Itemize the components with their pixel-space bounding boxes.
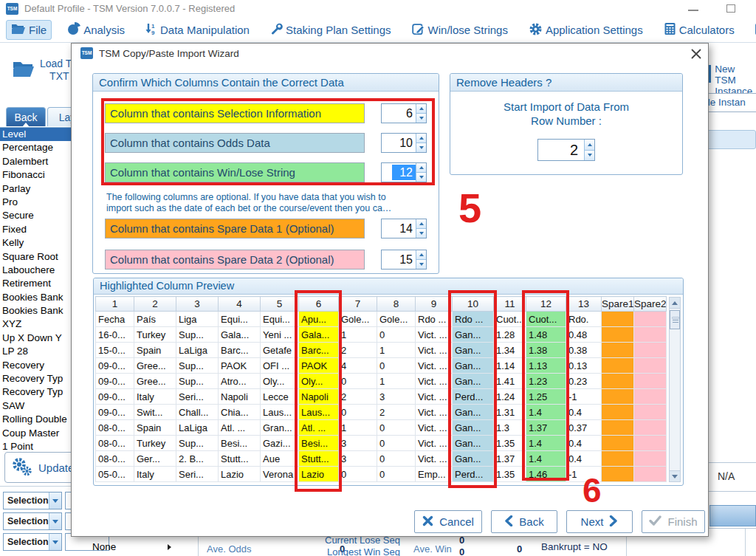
spare2-column-value[interactable]: 15 bbox=[382, 250, 416, 269]
preview-column-header: 10 bbox=[453, 297, 494, 312]
preview-cell: Lazio bbox=[299, 467, 339, 482]
preview-cell: 0.4 bbox=[566, 451, 602, 467]
close-icon[interactable] bbox=[690, 48, 702, 60]
preview-cell bbox=[602, 436, 634, 451]
spin-up-icon[interactable] bbox=[416, 163, 426, 172]
winlose-column-value[interactable]: 12 bbox=[392, 165, 416, 180]
vertical-scrollbar[interactable] bbox=[669, 297, 681, 482]
menu-file[interactable]: File bbox=[6, 20, 52, 40]
preview-cell bbox=[634, 374, 667, 389]
finish-button-label: Finish bbox=[667, 515, 697, 528]
menu-analysis[interactable]: Analysis bbox=[62, 19, 130, 41]
cancel-button[interactable]: Cancel bbox=[414, 510, 482, 533]
preview-cell: 3 bbox=[339, 436, 377, 451]
chevron-down-icon[interactable] bbox=[49, 534, 61, 550]
optional-note-line1: The following columns are optional. If y… bbox=[106, 192, 386, 202]
start-row-value[interactable]: 2 bbox=[538, 140, 584, 160]
preview-cell: 1.14 bbox=[494, 358, 526, 374]
selection-dropdown-1[interactable]: Selection bbox=[3, 492, 62, 509]
preview-cell: Gala... bbox=[219, 327, 261, 343]
menu-staking-plan-settings[interactable]: Staking Plan Settings bbox=[265, 20, 396, 41]
minimize-button[interactable] bbox=[688, 10, 698, 11]
spin-down-icon[interactable] bbox=[416, 143, 426, 152]
selection-dropdown-2[interactable]: Selection bbox=[3, 512, 62, 530]
selection-dropdown-3[interactable]: Selection bbox=[3, 533, 62, 551]
preview-cell: 0.48 bbox=[566, 327, 602, 343]
back-button[interactable]: Back bbox=[491, 510, 557, 533]
winlose-column-spinner[interactable]: 12 bbox=[381, 162, 427, 182]
scroll-down-icon[interactable] bbox=[670, 470, 680, 481]
section-title: Remove Headers ? bbox=[450, 74, 682, 92]
svg-text:1: 1 bbox=[151, 23, 155, 30]
spin-up-icon[interactable] bbox=[585, 140, 594, 150]
spare1-column-spinner[interactable]: 14 bbox=[381, 219, 427, 238]
odds-column-spinner[interactable]: 10 bbox=[381, 133, 427, 153]
chevron-down-icon[interactable] bbox=[49, 513, 61, 529]
finish-button[interactable]: Finish bbox=[642, 510, 705, 533]
preview-cell: 0.37 bbox=[566, 420, 602, 436]
expand-right-icon bbox=[168, 544, 171, 550]
dialog-titlebar: TSM TSM Copy/Paste Import Wizard bbox=[72, 44, 708, 63]
preview-cell: Lazio bbox=[219, 467, 261, 482]
spin-up-icon[interactable] bbox=[416, 104, 426, 113]
spare2-column-spinner[interactable]: 15 bbox=[381, 250, 427, 270]
spin-up-icon[interactable] bbox=[416, 219, 426, 228]
menu-application-settings[interactable]: Application Settings bbox=[523, 19, 648, 41]
odds-column-value[interactable]: 10 bbox=[382, 134, 416, 152]
menu-winlose-strings[interactable]: Win/lose Strings bbox=[407, 20, 513, 41]
preview-cell: 2 bbox=[339, 343, 377, 358]
update-button[interactable]: Update bbox=[4, 452, 81, 483]
preview-cell: Getafe bbox=[261, 343, 299, 358]
preview-cell: Vict. ... bbox=[416, 374, 453, 389]
preview-cell bbox=[602, 405, 634, 420]
next-button[interactable]: Next bbox=[566, 510, 633, 533]
selection-column-label: Column that contains Selection Informati… bbox=[105, 103, 365, 123]
chevron-down-icon[interactable] bbox=[49, 492, 61, 509]
preview-cell: Swit... bbox=[134, 405, 176, 420]
spin-down-icon[interactable] bbox=[416, 228, 426, 238]
preview-cell: 0 bbox=[377, 451, 416, 467]
preview-cell: 1.46 bbox=[526, 467, 566, 482]
pie-chart-icon bbox=[67, 22, 80, 38]
scrollbar-thumb[interactable] bbox=[670, 310, 680, 329]
selection-column-spinner[interactable]: 6 bbox=[381, 103, 427, 123]
menu-display[interactable]: Display bbox=[750, 20, 756, 41]
spin-up-icon[interactable] bbox=[416, 134, 426, 143]
preview-cell: Barc... bbox=[299, 343, 339, 358]
spin-down-icon[interactable] bbox=[416, 259, 426, 269]
preview-cell: Cuot... bbox=[526, 312, 566, 327]
menu-data-manipulation[interactable]: 19 Data Manipulation bbox=[140, 19, 255, 41]
annotation-number-6: 6 bbox=[583, 470, 602, 510]
cancel-x-icon bbox=[422, 515, 433, 529]
bankrupt-status: Bankrupt = NO bbox=[541, 541, 608, 552]
preview-row: 08-0...Ger...2. B...Stutt...AueStutt...3… bbox=[96, 451, 667, 467]
start-row-spinner[interactable]: 2 bbox=[537, 139, 595, 161]
spin-down-icon[interactable] bbox=[585, 150, 594, 161]
selection-dropdown-label: Selection bbox=[4, 495, 49, 506]
scroll-up-icon[interactable] bbox=[670, 298, 680, 309]
preview-cell: 1.41 bbox=[494, 374, 526, 389]
preview-row: 09-0...Gree...Sup...Atro...Oly...Oly...0… bbox=[96, 374, 667, 389]
preview-cell: 1.3 bbox=[494, 420, 526, 436]
preview-cell bbox=[602, 327, 634, 343]
app-logo-icon: TSM bbox=[6, 3, 18, 15]
preview-cell: 08-0... bbox=[96, 420, 134, 436]
preview-column-header: 11 bbox=[494, 297, 526, 312]
preview-cell: Rdo. bbox=[566, 312, 602, 327]
preview-cell: 08-0... bbox=[96, 436, 134, 451]
spin-down-icon[interactable] bbox=[416, 113, 426, 123]
spin-up-icon[interactable] bbox=[416, 250, 426, 259]
preview-cell: Gole... bbox=[339, 312, 377, 327]
tab-back[interactable]: Back bbox=[6, 107, 46, 126]
spin-down-icon[interactable] bbox=[416, 172, 426, 182]
next-button-label: Next bbox=[581, 515, 604, 528]
spare1-column-value[interactable]: 14 bbox=[382, 219, 416, 238]
none-dropdown[interactable]: None bbox=[92, 541, 171, 552]
start-row-label-line1: Start Import of Data From bbox=[450, 100, 682, 113]
selection-column-value[interactable]: 6 bbox=[382, 104, 416, 123]
preview-cell bbox=[602, 343, 634, 358]
confirm-columns-section: Confirm Which Columns Contain the Correc… bbox=[92, 73, 439, 274]
menu-calculators[interactable]: Calculators bbox=[659, 19, 740, 41]
new-tsm-instance-button[interactable]: New TSM Instance bbox=[703, 64, 756, 97]
maximize-button[interactable] bbox=[726, 4, 735, 13]
